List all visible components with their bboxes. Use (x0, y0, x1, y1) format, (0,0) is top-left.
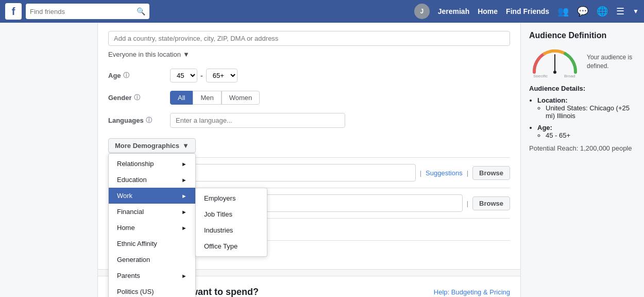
chevron-down-icon: ▼ (183, 51, 190, 58)
interests-input[interactable] (170, 164, 416, 182)
demographics-dropdown-menu: Relationship ► Education ► Work ► Employ… (108, 153, 196, 297)
location-value: United States: Chicago (+25 mi) Illinois (546, 104, 636, 120)
nav-username[interactable]: Jeremiah (438, 7, 469, 15)
age-controls: 45 - 65+ (170, 69, 510, 82)
gauge-svg: Specific Broad (529, 46, 581, 77)
gender-row: Gender ⓘ All Men Women (108, 87, 510, 109)
language-input[interactable] (170, 113, 345, 128)
demographics-chevron-icon: ▼ (182, 142, 189, 150)
gender-women-button[interactable]: Women (222, 91, 260, 105)
dropdown-item-generation[interactable]: Generation (109, 252, 195, 268)
nav-right: J Jeremiah Home Find Friends 👥 💬 🌐 ☰ ▼ (414, 4, 639, 19)
gender-info-icon[interactable]: ⓘ (134, 93, 140, 102)
gender-label: Gender ⓘ (108, 93, 170, 102)
nav-find-friends[interactable]: Find Friends (506, 7, 549, 15)
languages-controls (170, 113, 510, 128)
globe-icon[interactable]: 🌐 (597, 6, 608, 17)
behaviors-browse-button[interactable]: Browse (472, 196, 510, 210)
nav-chevron-icon[interactable]: ▼ (633, 8, 639, 15)
nav-home[interactable]: Home (478, 7, 498, 15)
sub-item-job-titles[interactable]: Job Titles (196, 206, 267, 222)
interests-browse-button[interactable]: Browse (472, 166, 510, 180)
parents-chevron-icon: ► (181, 273, 187, 279)
location-detail: Location: United States: Chicago (+25 mi… (537, 96, 636, 120)
dropdown-item-relationship[interactable]: Relationship ► (109, 156, 195, 172)
age-dash: - (200, 72, 203, 80)
content-area: Everyone in this location ▼ Age ⓘ 45 - 6… (98, 23, 520, 297)
demographics-btn-label: More Demographics (115, 142, 179, 150)
behaviors-divider: | (467, 200, 468, 207)
languages-row: Languages ⓘ (108, 109, 510, 132)
age-row: Age ⓘ 45 - 65+ (108, 64, 510, 87)
age-from-select[interactable]: 45 (170, 69, 197, 82)
settings-icon[interactable]: ☰ (616, 6, 624, 17)
work-chevron-icon: ► (181, 193, 187, 199)
demographics-dropdown-container: More Demographics ▼ Relationship ► Educa… (108, 132, 196, 153)
top-navigation: f 🔍 J Jeremiah Home Find Friends 👥 💬 🌐 ☰… (0, 0, 644, 23)
gauge-text: Your audience is defined. (587, 53, 632, 71)
messages-icon[interactable]: 💬 (577, 6, 588, 17)
interests-divider: | (420, 169, 421, 177)
dropdown-item-education[interactable]: Education ► (109, 172, 195, 188)
svg-text:Broad: Broad (564, 74, 575, 77)
friends-icon[interactable]: 👥 (557, 6, 569, 17)
work-sub-dropdown: Employers Job Titles Industries Office T… (195, 188, 267, 257)
dropdown-item-home[interactable]: Home ► (109, 220, 195, 236)
right-panel: Audience Definition Specific Broad Your … (520, 23, 644, 297)
search-bar[interactable]: 🔍 (26, 4, 149, 19)
spend-help-link[interactable]: Help: Budgeting & Pricing (434, 288, 510, 296)
svg-text:Specific: Specific (533, 74, 548, 77)
age-info-icon[interactable]: ⓘ (123, 71, 129, 80)
age-detail: Age: 45 - 65+ (537, 124, 636, 139)
gender-controls: All Men Women (170, 91, 510, 105)
gender-men-button[interactable]: Men (193, 91, 221, 105)
search-input[interactable] (30, 8, 137, 15)
avatar[interactable]: J (414, 4, 430, 19)
dropdown-item-ethnic-affinity[interactable]: Ethnic Affinity (109, 236, 195, 252)
financial-chevron-icon: ► (181, 209, 187, 215)
audience-definition-title: Audience Definition (529, 31, 636, 40)
relationship-chevron-icon: ► (181, 161, 187, 167)
interests-controls: | Suggestions | Browse (170, 164, 510, 182)
sub-item-office-type[interactable]: Office Type (196, 238, 267, 254)
audience-details-title: Audience Details: (529, 85, 636, 92)
audience-form: Everyone in this location ▼ Age ⓘ 45 - 6… (98, 23, 520, 270)
dropdown-item-work[interactable]: Work ► Employers Job Titles Industries O… (109, 188, 195, 204)
gender-all-button[interactable]: All (170, 91, 193, 105)
dropdown-item-financial[interactable]: Financial ► (109, 204, 195, 220)
suggestions-link[interactable]: Suggestions (426, 169, 463, 177)
more-demographics-button[interactable]: More Demographics ▼ (108, 138, 196, 153)
left-sidebar (0, 23, 98, 297)
gauge-container: Specific Broad Your audience is defined. (529, 46, 636, 77)
age-value: 45 - 65+ (546, 131, 636, 139)
search-icon: 🔍 (137, 7, 145, 15)
audience-details: Audience Details: Location: United State… (529, 85, 636, 152)
home-chevron-icon: ► (181, 225, 187, 231)
sub-item-industries[interactable]: Industries (196, 222, 267, 238)
svg-point-1 (553, 71, 556, 74)
main-layout: Everyone in this location ▼ Age ⓘ 45 - 6… (0, 23, 644, 297)
everyone-btn[interactable]: Everyone in this location ▼ (108, 51, 190, 58)
education-chevron-icon: ► (181, 177, 187, 183)
age-label: Age ⓘ (108, 71, 170, 80)
facebook-logo: f (5, 3, 22, 20)
everyone-label: Everyone in this location (108, 51, 181, 58)
dropdown-item-parents[interactable]: Parents ► (109, 268, 195, 284)
location-input[interactable] (108, 31, 510, 46)
interests-divider2: | (467, 169, 468, 177)
age-to-select[interactable]: 65+ (206, 69, 238, 82)
gender-btn-group: All Men Women (170, 91, 260, 105)
languages-info-icon[interactable]: ⓘ (146, 116, 152, 125)
sub-item-employers[interactable]: Employers (196, 190, 267, 206)
potential-reach: Potential Reach: 1,200,000 people (529, 144, 636, 152)
dropdown-item-politics[interactable]: Politics (US) (109, 284, 195, 297)
languages-label: Languages ⓘ (108, 116, 170, 125)
